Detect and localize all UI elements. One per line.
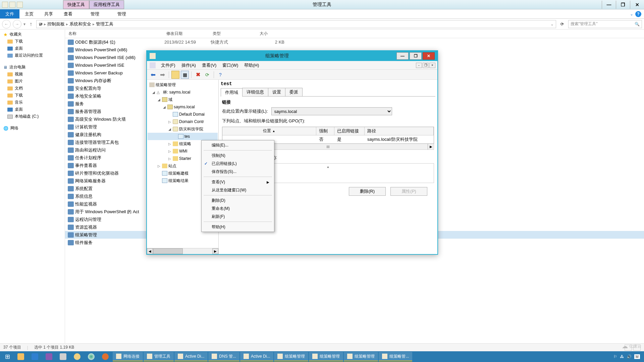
breadcrumb-seg-2[interactable]: 系统和安全 [69,21,91,27]
refresh-button[interactable]: ⟳ [558,20,566,28]
nav-videos[interactable]: 视频 [0,71,65,78]
close-button[interactable]: ✕ [630,1,644,9]
file-row[interactable]: ODBC 数据源(64 位) 2013/8/22 14:59 快捷方式 2 KB [65,38,644,46]
col-location[interactable]: 位置 ▲ [222,127,316,135]
taskbar-pin-7[interactable] [99,352,112,361]
gpmc-maximize-button[interactable]: ❐ [410,52,422,60]
tree-default-domain-policy[interactable]: Default Domai [148,111,218,118]
nav-history-dropdown[interactable]: ▾ [23,22,25,26]
taskbar-task[interactable]: Active Di... [174,352,208,361]
nav-desktop2[interactable]: 桌面 [0,106,65,113]
scroll-thumb[interactable] [153,248,183,254]
tab-scope[interactable]: 作用域 [221,88,243,97]
nav-back-button[interactable]: ← [2,20,11,28]
ctx-save-report[interactable]: 保存报告(S)... [202,168,273,176]
gpmc-close-button[interactable]: ✕ [423,52,435,60]
ctx-new-window[interactable]: 从这里创建窗口(W) [202,186,273,194]
expand-icon[interactable]: ▷ [168,149,172,153]
ctx-refresh[interactable]: 刷新(F) [202,213,273,221]
tree-root[interactable]: 组策略管理 [148,81,218,88]
scroll-right-icon[interactable]: ▶ [428,144,434,149]
taskbar-task[interactable]: DNS 管... [208,352,239,361]
search-input[interactable]: 搜索"管理工具" 🔍 [568,20,642,28]
breadcrumb-seg-3[interactable]: 管理工具 [96,21,113,27]
tab-delegation[interactable]: 委派 [285,88,303,96]
taskbar-pin-6[interactable] [85,352,98,361]
tree-domain[interactable]: ◢sayms.local [148,103,218,111]
ctx-help[interactable]: 帮助(H) [202,223,273,231]
taskbar-task[interactable]: 网络连接 [113,352,143,361]
toolbar-back-icon[interactable]: ⬅ [149,71,157,79]
col-header-size[interactable]: 大小 [256,31,283,37]
expand-icon[interactable]: ▷ [168,142,172,146]
tree-forest[interactable]: ◢林: sayms.local [148,88,218,96]
tab-details[interactable]: 详细信息 [242,88,268,96]
breadcrumb-seg-1[interactable]: 控制面板 [47,21,65,27]
col-forced[interactable]: 强制 [316,127,334,135]
tree-hscrollbar[interactable]: ◀ ▶ [147,248,218,254]
taskbar-task[interactable]: 组策略管理 [274,352,308,361]
nav-desktop[interactable]: 桌面 [0,45,65,52]
start-button[interactable]: ⊞ [1,352,13,361]
mdi-close[interactable]: × [429,63,435,68]
minimize-button[interactable]: — [602,1,616,9]
collapse-icon[interactable]: ◢ [162,105,166,109]
expand-icon[interactable]: ▷ [168,120,172,124]
tool-tab-shortcut[interactable]: 快捷工具 [63,0,89,9]
ime-indicator[interactable]: M [634,354,640,359]
collapse-icon[interactable]: ◢ [152,90,156,94]
mdi-restore[interactable]: ❐ [423,63,429,68]
ribbon-tab-view[interactable]: 查看 [58,9,78,18]
nav-network[interactable]: 🌐网络 [0,125,65,132]
breadcrumb-dropdown-icon[interactable]: ⌄ [550,22,554,26]
toolbar-show-hide-icon[interactable]: ▦ [181,71,189,79]
qat-icon-2[interactable] [9,2,15,8]
ribbon-tab-manage-1[interactable]: 管理 [85,9,105,18]
nav-thispc[interactable]: 🖥这台电脑 [0,64,65,71]
collapse-icon[interactable]: ◢ [168,127,172,131]
nav-forward-button[interactable]: → [13,20,21,28]
ctx-link-enabled[interactable]: ✓已启用链接(L) [202,160,273,168]
tree-domain-controllers[interactable]: ▷Domain Contr [148,118,218,125]
ribbon-tab-manage-2[interactable]: 管理 [112,9,131,18]
taskbar-task[interactable]: Active Di... [240,352,273,361]
ctx-delete[interactable]: 删除(D) [202,196,273,204]
nav-downloads[interactable]: 下载 [0,38,65,45]
toolbar-up-icon[interactable] [171,71,179,79]
taskbar-task[interactable]: 管理工具 [144,352,174,361]
taskbar-task[interactable]: 组策略管理 [344,352,378,361]
taskbar-task[interactable]: 组策略管... [379,352,412,361]
nav-favorites[interactable]: ★收藏夹 [0,31,65,38]
expand-icon[interactable]: ▷ [157,164,161,168]
ctx-edit[interactable]: 编辑(E)... [202,141,273,149]
tray-volume-icon[interactable]: 🔊 [627,354,632,359]
ribbon-tab-share[interactable]: 共享 [39,9,58,18]
ribbon-expand-icon[interactable]: ⌄ [630,12,633,16]
toolbar-help-icon[interactable]: ? [216,71,224,79]
tray-network-icon[interactable]: 🖧 [620,354,624,359]
tool-tab-application[interactable]: 应用程序工具 [89,0,124,9]
col-path[interactable]: 路径 [365,127,434,135]
qat-icon-3[interactable] [17,2,23,8]
nav-music[interactable]: 音乐 [0,99,65,106]
taskbar-pin-3[interactable] [42,352,56,361]
scroll-right-icon[interactable]: ▶ [212,248,218,254]
tree-ou-fangzai[interactable]: ◢防灾科技学院 [148,125,218,133]
col-header-date[interactable]: 修改日期 [163,31,209,37]
menu-window[interactable]: 窗口(W) [220,61,241,69]
nav-documents[interactable]: 文档 [0,85,65,92]
menu-help[interactable]: 帮助(H) [241,61,262,69]
taskbar-pin-2[interactable] [28,352,42,361]
nav-downloads2[interactable]: 下载 [0,92,65,99]
tree-domains[interactable]: ◢域 [148,96,218,103]
nav-pictures[interactable]: 图片 [0,78,65,85]
taskbar-pin-5[interactable] [70,352,84,361]
help-icon[interactable]: ? [635,11,641,17]
tray-flag-icon[interactable]: ⚐ [613,354,617,359]
scroll-left-icon[interactable]: ◀ [147,248,153,254]
tab-settings[interactable]: 设置 [268,88,285,96]
toolbar-delete-icon[interactable]: ✖ [194,71,202,79]
showlinks-select[interactable]: sayms.local [271,107,392,115]
col-header-type[interactable]: 类型 [209,31,256,37]
ribbon-tab-file[interactable]: 文件 [0,9,19,18]
